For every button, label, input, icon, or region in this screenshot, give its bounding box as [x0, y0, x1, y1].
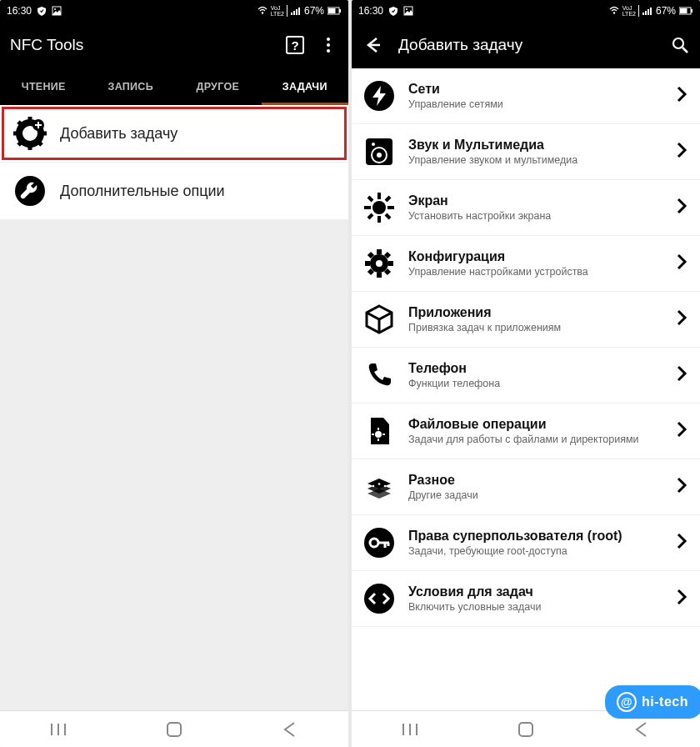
- gear-plus-icon: [13, 117, 47, 150]
- nav-home-icon[interactable]: [517, 720, 535, 739]
- category-title: Экран: [408, 193, 662, 208]
- battery-text: 67%: [656, 5, 676, 17]
- category-row[interactable]: Файловые операцииЗадачи для работы с фай…: [352, 404, 700, 459]
- nav-bar: [0, 710, 348, 747]
- battery-icon: [328, 6, 342, 16]
- left-screen: 16:30 VoJLTE2 67% NFC Tools ЧТЕНИЕЗАПИСЬ…: [0, 0, 348, 747]
- category-title: Права суперпользователя (root): [408, 529, 662, 544]
- battery-text: 67%: [304, 5, 324, 17]
- nav-home-icon[interactable]: [165, 720, 183, 739]
- chevron-right-icon: [673, 532, 690, 554]
- tab-0[interactable]: ЧТЕНИЕ: [0, 68, 88, 105]
- code-icon: [362, 581, 397, 616]
- category-row[interactable]: РазноеДругие задачи: [352, 459, 700, 515]
- chevron-right-icon: [673, 253, 690, 274]
- tab-2[interactable]: ДРУГОЕ: [174, 68, 262, 105]
- help-icon[interactable]: [285, 35, 305, 55]
- image-icon: [403, 6, 413, 16]
- category-title: Приложения: [408, 305, 662, 320]
- shield-icon: [37, 6, 47, 16]
- chevron-right-icon: [673, 476, 690, 498]
- category-title: Сети: [408, 82, 662, 97]
- category-title: Конфигурация: [408, 249, 662, 264]
- chevron-right-icon: [673, 588, 690, 609]
- right-screen: 16:30 VoJLTE2 67% Добавить задачу СетиУп…: [352, 0, 700, 747]
- category-subtitle: Управление звуком и мультимедиа: [408, 154, 662, 166]
- chevron-right-icon: [673, 85, 690, 107]
- chevron-right-icon: [673, 364, 690, 386]
- category-row[interactable]: Условия для задачВключить условные задач…: [352, 571, 700, 627]
- app-bar: NFC Tools: [0, 22, 348, 68]
- app-bar: Добавить задачу: [352, 22, 700, 68]
- category-subtitle: Управление настройками устройства: [408, 266, 662, 278]
- list-item[interactable]: Дополнительные опции: [0, 163, 348, 220]
- category-subtitle: Задачи для работы с файлами и директория…: [408, 434, 662, 445]
- image-icon: [52, 6, 62, 16]
- shield-icon: [388, 6, 398, 16]
- wifi-icon: [609, 6, 619, 16]
- tab-3[interactable]: ЗАДАЧИ: [262, 68, 349, 105]
- tab-bar: ЧТЕНИЕЗАПИСЬДРУГОЕЗАДАЧИ: [0, 68, 348, 105]
- right-body: СетиУправление сетямиЗвук и МультимедиаУ…: [352, 68, 700, 710]
- status-time: 16:30: [7, 5, 32, 17]
- tab-label: ДРУГОЕ: [196, 81, 239, 93]
- category-row[interactable]: Звук и МультимедиаУправление звуком и му…: [352, 124, 700, 180]
- chevron-right-icon: [673, 420, 690, 442]
- category-subtitle: Управление сетями: [408, 98, 662, 110]
- tab-label: ЗАДАЧИ: [282, 81, 328, 93]
- category-row[interactable]: ЭкранУстановить настройки экрана: [352, 180, 700, 236]
- left-body: Добавить задачуДополнительные опции: [0, 105, 348, 710]
- wifi-icon: [258, 6, 268, 16]
- list-item[interactable]: Добавить задачу: [0, 105, 348, 163]
- overflow-menu-icon[interactable]: [318, 35, 338, 55]
- category-subtitle: Привязка задач к приложениям: [408, 322, 662, 333]
- app-title: Добавить задачу: [398, 36, 522, 54]
- lte-label: VoJLTE2: [271, 5, 288, 17]
- cube-icon: [362, 302, 397, 337]
- search-icon[interactable]: [670, 35, 690, 55]
- category-row[interactable]: КонфигурацияУправление настройками устро…: [352, 236, 700, 292]
- brightness-icon: [362, 190, 397, 225]
- at-icon: @: [617, 692, 637, 712]
- category-subtitle: Установить настройки экрана: [408, 210, 662, 222]
- category-title: Разное: [408, 473, 662, 488]
- category-row[interactable]: ТелефонФункции телефона: [352, 348, 700, 404]
- key-icon: [362, 525, 397, 560]
- signal-icon: [642, 7, 652, 16]
- chevron-right-icon: [673, 197, 690, 218]
- category-title: Звук и Мультимедиа: [408, 138, 662, 153]
- status-time: 16:30: [358, 5, 383, 17]
- bolt-icon: [362, 78, 397, 113]
- category-subtitle: Задачи, требующие root-доступа: [408, 545, 662, 557]
- nav-back-icon[interactable]: [281, 720, 299, 739]
- back-icon[interactable]: [362, 35, 382, 55]
- category-subtitle: Другие задачи: [408, 489, 662, 501]
- tab-label: ЧТЕНИЕ: [22, 81, 66, 93]
- file-gear-icon: [362, 414, 397, 449]
- category-title: Файловые операции: [408, 417, 662, 432]
- battery-icon: [679, 6, 693, 16]
- signal-icon: [291, 7, 301, 16]
- category-row[interactable]: СетиУправление сетями: [352, 68, 700, 124]
- category-row[interactable]: ПриложенияПривязка задач к приложениям: [352, 292, 700, 348]
- wrench-icon: [13, 174, 47, 208]
- nav-back-icon[interactable]: [632, 720, 651, 739]
- lte-label: VoJLTE2: [622, 5, 639, 17]
- category-subtitle: Функции телефона: [408, 378, 662, 389]
- chevron-right-icon: [673, 308, 690, 330]
- item-label: Добавить задачу: [60, 125, 178, 143]
- tab-1[interactable]: ЗАПИСЬ: [88, 68, 175, 105]
- category-subtitle: Включить условные задачи: [408, 601, 662, 613]
- tab-label: ЗАПИСЬ: [108, 81, 153, 93]
- category-row[interactable]: Права суперпользователя (root)Задачи, тр…: [352, 515, 700, 571]
- blocks-icon: [362, 469, 397, 504]
- app-title: NFC Tools: [10, 36, 83, 54]
- nav-recent-icon[interactable]: [401, 720, 419, 739]
- category-title: Условия для задач: [408, 584, 662, 599]
- phone-icon: [362, 358, 397, 393]
- watermark-text: hi-tech: [642, 694, 688, 709]
- nav-recent-icon[interactable]: [49, 720, 68, 739]
- status-bar: 16:30 VoJLTE2 67%: [352, 0, 700, 22]
- gear-icon: [362, 246, 397, 281]
- status-bar: 16:30 VoJLTE2 67%: [0, 0, 348, 22]
